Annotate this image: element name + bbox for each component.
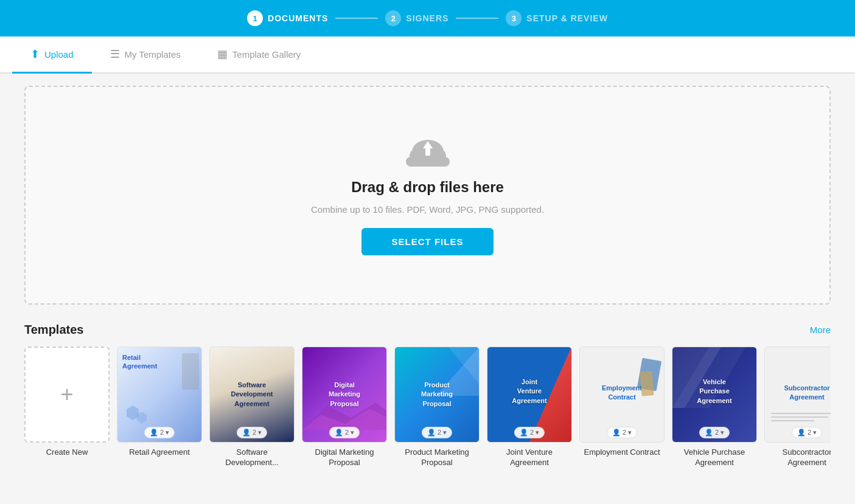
subcontractor-signer-badge: 👤 2 ▾ bbox=[792, 427, 822, 438]
subcontractor-title: SubcontractorAgreement bbox=[784, 384, 829, 401]
product-signer-badge: 👤 2 ▾ bbox=[422, 427, 452, 438]
employment-signer-badge: 👤 2 ▾ bbox=[607, 427, 637, 438]
digital-thumb: Digital MarketingProposal 👤 2 ▾ bbox=[302, 347, 387, 443]
step-2-label: SIGNERS bbox=[406, 13, 448, 23]
joint-signer-icon: 👤 bbox=[520, 429, 528, 437]
header: 1 DOCUMENTS 2 SIGNERS 3 SETUP & REVIEW bbox=[0, 0, 855, 36]
step-1-circle: 1 bbox=[247, 10, 263, 26]
tab-my-templates-label: My Templates bbox=[125, 49, 181, 60]
product-label: Product Marketing Proposal bbox=[394, 447, 480, 468]
step-signers[interactable]: 2 SIGNERS bbox=[385, 10, 448, 26]
template-software-development[interactable]: SoftwareDevelopmentAgreement 👤 2 ▾ Softw… bbox=[209, 347, 295, 468]
templates-header: Templates More bbox=[24, 323, 831, 337]
software-signer-count: 2 ▾ bbox=[253, 429, 262, 437]
tab-gallery-label: Template Gallery bbox=[232, 49, 301, 60]
tab-upload[interactable]: ⬆ Upload bbox=[12, 36, 92, 74]
create-new-label: Create New bbox=[46, 447, 88, 458]
step-3-label: SETUP & REVIEW bbox=[526, 13, 608, 23]
employment-thumb: EmploymentContract 👤 2 ▾ bbox=[579, 347, 665, 443]
vehicle-thumb: VehiclePurchaseAgreement 👤 2 ▾ bbox=[672, 347, 757, 443]
cloud-upload-icon bbox=[406, 135, 450, 170]
dropzone-title: Drag & drop files here bbox=[351, 179, 504, 196]
tabs-container: ⬆ Upload ☰ My Templates ▦ Template Galle… bbox=[0, 36, 855, 74]
svg-rect-3 bbox=[406, 157, 450, 167]
retail-signer-count: 2 ▾ bbox=[160, 429, 169, 437]
dropzone[interactable]: Drag & drop files here Combine up to 10 … bbox=[24, 86, 831, 305]
step-line-2 bbox=[456, 18, 498, 19]
employment-signer-icon: 👤 bbox=[612, 429, 621, 437]
step-1-label: DOCUMENTS bbox=[268, 13, 328, 23]
product-thumb: ProductMarketingProposal 👤 2 ▾ bbox=[394, 347, 480, 443]
digital-signer-badge: 👤 2 ▾ bbox=[329, 427, 360, 438]
template-create-new[interactable]: + Create New bbox=[24, 347, 110, 468]
software-signer-icon: 👤 bbox=[242, 429, 251, 437]
product-signer-icon: 👤 bbox=[427, 429, 436, 437]
template-employment-contract[interactable]: EmploymentContract 👤 2 ▾ Employment Cont… bbox=[579, 347, 665, 468]
retail-thumb: RetailAgreement 👤 2 ▾ bbox=[117, 347, 202, 443]
vehicle-decor bbox=[672, 347, 757, 408]
templates-grid: + Create New RetailAgreement 👤 2 ▾ bbox=[24, 347, 831, 468]
create-new-thumb: + bbox=[24, 347, 110, 443]
list-icon: ☰ bbox=[110, 47, 120, 61]
upload-icon: ⬆ bbox=[30, 47, 40, 61]
digital-signer-count: 2 ▾ bbox=[345, 429, 354, 437]
joint-thumb: Joint VentureAgreement 👤 2 ▾ bbox=[487, 347, 572, 443]
software-signer-badge: 👤 2 ▾ bbox=[237, 427, 267, 438]
product-signer-count: 2 ▾ bbox=[438, 429, 447, 437]
tab-my-templates[interactable]: ☰ My Templates bbox=[92, 36, 199, 74]
subcontractor-label: Subcontractor Agreement bbox=[764, 447, 831, 468]
step-2-circle: 2 bbox=[385, 10, 401, 26]
templates-section-title: Templates bbox=[24, 323, 83, 337]
select-files-button[interactable]: SELECT FILES bbox=[361, 228, 494, 255]
software-title: SoftwareDevelopmentAgreement bbox=[231, 381, 273, 407]
digital-signer-icon: 👤 bbox=[335, 429, 343, 437]
joint-signer-badge: 👤 2 ▾ bbox=[514, 427, 545, 438]
more-link[interactable]: More bbox=[810, 325, 831, 335]
joint-signer-count: 2 ▾ bbox=[530, 429, 539, 437]
vehicle-signer-count: 2 ▾ bbox=[715, 429, 724, 437]
vehicle-signer-icon: 👤 bbox=[705, 429, 713, 437]
tab-template-gallery[interactable]: ▦ Template Gallery bbox=[199, 36, 319, 74]
retail-label: Retail Agreement bbox=[129, 447, 190, 458]
dropzone-subtitle: Combine up to 10 files. PDF, Word, JPG, … bbox=[311, 204, 544, 215]
subcontractor-signer-icon: 👤 bbox=[797, 429, 806, 437]
vehicle-signer-badge: 👤 2 ▾ bbox=[699, 427, 730, 438]
tab-upload-label: Upload bbox=[44, 49, 74, 60]
retail-title: RetailAgreement bbox=[122, 354, 157, 370]
gallery-icon: ▦ bbox=[217, 47, 228, 61]
plus-icon: + bbox=[60, 384, 73, 406]
subcontractor-signer-count: 2 ▾ bbox=[808, 429, 817, 437]
retail-signer-icon: 👤 bbox=[150, 429, 158, 437]
step-line-1 bbox=[335, 18, 378, 19]
product-decor bbox=[436, 347, 479, 396]
employment-title: EmploymentContract bbox=[602, 384, 642, 401]
digital-label: Digital Marketing Proposal bbox=[302, 447, 387, 468]
digital-decor bbox=[302, 399, 387, 430]
retail-decor bbox=[124, 406, 154, 430]
vehicle-label: Vehicle Purchase Agreement bbox=[672, 447, 757, 468]
main-content: Drag & drop files here Combine up to 10 … bbox=[0, 74, 855, 480]
employment-signer-count: 2 ▾ bbox=[623, 429, 632, 437]
joint-label: Joint Venture Agreement bbox=[487, 447, 572, 468]
software-label: Software Development... bbox=[209, 447, 295, 468]
template-vehicle-purchase[interactable]: VehiclePurchaseAgreement 👤 2 ▾ Vehicle P… bbox=[672, 347, 757, 468]
template-joint-venture[interactable]: Joint VentureAgreement 👤 2 ▾ Joint Ventu… bbox=[487, 347, 572, 468]
step-documents[interactable]: 1 DOCUMENTS bbox=[247, 10, 328, 26]
template-product-marketing[interactable]: ProductMarketingProposal 👤 2 ▾ Product M… bbox=[394, 347, 480, 468]
retail-signer-badge: 👤 2 ▾ bbox=[144, 427, 175, 438]
joint-title: Joint VentureAgreement bbox=[512, 378, 546, 404]
template-retail-agreement[interactable]: RetailAgreement 👤 2 ▾ Retail Agreement bbox=[117, 347, 202, 468]
subcontractor-thumb: SubcontractorAgreement 👤 2 ▾ bbox=[764, 347, 831, 443]
software-thumb: SoftwareDevelopmentAgreement 👤 2 ▾ bbox=[209, 347, 295, 443]
employment-label: Employment Contract bbox=[584, 447, 660, 458]
template-subcontractor[interactable]: SubcontractorAgreement 👤 2 ▾ Subcontract… bbox=[764, 347, 831, 468]
step-3-circle: 3 bbox=[506, 10, 522, 26]
step-setup[interactable]: 3 SETUP & REVIEW bbox=[506, 10, 608, 26]
template-digital-marketing[interactable]: Digital MarketingProposal 👤 2 ▾ Digital … bbox=[302, 347, 387, 468]
